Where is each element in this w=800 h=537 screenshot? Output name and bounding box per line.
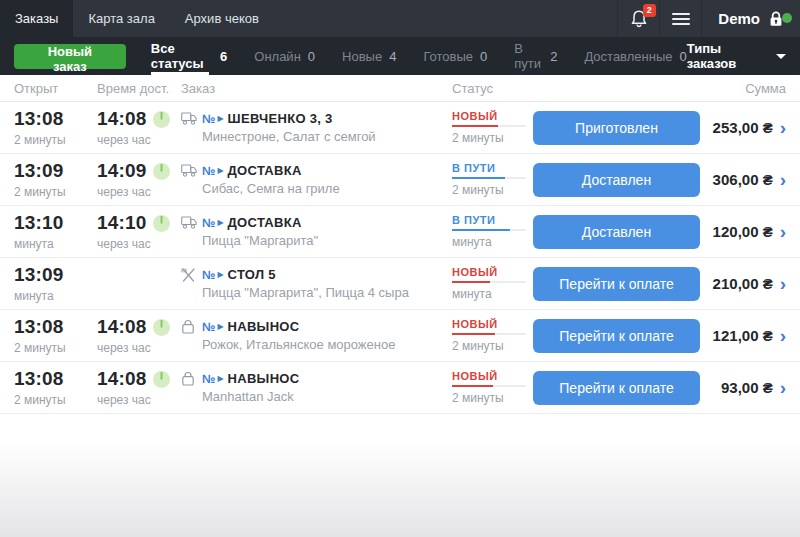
row-chevron-right-icon[interactable]: ›: [780, 274, 786, 293]
order-caret-icon: ▶: [217, 114, 223, 123]
table-row[interactable]: 13:09 минута: [0, 258, 800, 310]
order-items: Пицца "Маргарита": [181, 233, 452, 248]
action-cell: Доставлен: [533, 163, 700, 197]
delivery-cell: 14:09 через час: [97, 160, 181, 199]
filter-label: Онлайн: [254, 49, 301, 64]
delivery-in: через час: [97, 185, 181, 199]
order-sum: 93,00 ₴: [721, 379, 773, 396]
bottom-fade: [0, 442, 800, 537]
opened-time: 13:08: [14, 368, 97, 390]
order-cell: № ▶ ШЕВЧЕНКО 3, 3 Минестроне, Салат с се…: [181, 111, 452, 144]
nav-tab-receipts-archive-label: Архив чеков: [185, 11, 259, 26]
opened-time: 13:09: [14, 160, 97, 182]
filter-label: Новые: [342, 49, 382, 64]
order-items: Рожок, Итальянское мороженое: [181, 337, 452, 352]
table-row[interactable]: 13:08 2 минуты 14:08 через час: [0, 310, 800, 362]
delivery-in: через час: [97, 237, 181, 251]
row-chevron-right-icon[interactable]: ›: [780, 326, 786, 345]
nav-tab-hall-map-label: Карта зала: [88, 11, 154, 26]
order-action-button[interactable]: Доставлен: [533, 163, 700, 197]
opened-ago: минута: [14, 289, 97, 303]
status-label: НОВЫЙ: [452, 370, 533, 382]
order-sum: 210,00 ₴: [713, 275, 773, 292]
filter-count: 6: [220, 49, 227, 64]
takeout-bag-icon: [181, 319, 197, 334]
status-progress-fill: [452, 281, 490, 283]
order-cell: № ▶ НАВЫНОС Manhattan Jack: [181, 371, 452, 404]
header-delivery-time: Время дост.: [97, 81, 181, 96]
nav-tab-hall-map[interactable]: Карта зала: [73, 0, 169, 37]
sum-cell: 253,00 ₴ ›: [700, 118, 786, 137]
nav-tab-receipts-archive[interactable]: Архив чеков: [170, 0, 274, 37]
filter-delivered[interactable]: Доставленные 0: [584, 37, 686, 75]
opened-time: 13:10: [14, 212, 97, 234]
order-caret-icon: ▶: [217, 374, 223, 383]
order-caret-icon: ▶: [217, 218, 223, 227]
order-action-button[interactable]: Перейти к оплате: [533, 371, 700, 405]
status-progress-fill: [452, 385, 493, 387]
menu-button[interactable]: [659, 0, 701, 37]
filter-all-statuses[interactable]: Все статусы 6: [151, 37, 227, 75]
row-chevron-right-icon[interactable]: ›: [780, 118, 786, 137]
order-caret-icon: ▶: [217, 322, 223, 331]
filter-ready[interactable]: Готовые 0: [423, 37, 487, 75]
delivery-in: через час: [97, 341, 181, 355]
delivery-in: через час: [97, 393, 181, 407]
status-progress-track: [452, 177, 526, 179]
order-status: НОВЫЙ 2 минуты: [452, 370, 533, 405]
nav-tab-orders[interactable]: Заказы: [0, 0, 73, 37]
table-row[interactable]: 13:08 2 минуты 14:08 через час: [0, 102, 800, 154]
order-types-dropdown[interactable]: Типы заказов: [687, 41, 786, 71]
filter-count: 0: [308, 49, 315, 64]
delivery-time: 14:08: [97, 108, 147, 130]
timer-icon: [153, 319, 170, 336]
status-elapsed: минута: [452, 287, 533, 301]
chevron-down-icon: [776, 54, 786, 59]
filter-new[interactable]: Новые 4: [342, 37, 396, 75]
filter-label: Доставленные: [584, 49, 672, 64]
filter-in-transit[interactable]: В пути 2: [514, 37, 557, 75]
order-number-label: №: [202, 372, 215, 386]
action-cell: Перейти к оплате: [533, 267, 700, 301]
status-elapsed: 2 минуты: [452, 391, 533, 405]
row-chevron-right-icon[interactable]: ›: [780, 378, 786, 397]
opened-cell: 13:08 2 минуты: [14, 108, 97, 147]
order-number-label: №: [202, 216, 215, 230]
order-status: НОВЫЙ 2 минуты: [452, 110, 533, 145]
order-status: В ПУТИ 2 минуты: [452, 162, 533, 197]
row-chevron-right-icon[interactable]: ›: [780, 222, 786, 241]
user-label: Demo: [718, 10, 760, 27]
order-title: ДОСТАВКА: [228, 215, 302, 230]
top-navbar: Заказы Карта зала Архив чеков 2: [0, 0, 800, 37]
order-action-button[interactable]: Перейти к оплате: [533, 267, 700, 301]
row-chevron-right-icon[interactable]: ›: [780, 170, 786, 189]
order-action-button[interactable]: Приготовлен: [533, 111, 700, 145]
delivery-in: через час: [97, 133, 181, 147]
status-elapsed: минута: [452, 235, 533, 249]
delivery-cell: 14:08 через час: [97, 368, 181, 407]
status-elapsed: 2 минуты: [452, 339, 533, 353]
order-sum: 121,00 ₴: [713, 327, 773, 344]
header-status: Статус: [452, 81, 533, 96]
order-number-label: №: [202, 268, 215, 282]
notifications-button[interactable]: 2: [617, 0, 659, 37]
action-cell: Перейти к оплате: [533, 319, 700, 353]
status-label: НОВЫЙ: [452, 318, 533, 330]
action-cell: Приготовлен: [533, 111, 700, 145]
orders-table-body: 13:08 2 минуты 14:08 через час: [0, 102, 800, 414]
order-cell: № ▶ ДОСТАВКА Пицца "Маргарита": [181, 215, 452, 248]
new-order-button[interactable]: Новый заказ: [14, 44, 126, 69]
sum-cell: 93,00 ₴ ›: [700, 378, 786, 397]
status-label: В ПУТИ: [452, 214, 533, 226]
status-progress-track: [452, 229, 526, 231]
order-title: ШЕВЧЕНКО 3, 3: [228, 111, 333, 126]
filter-online[interactable]: Онлайн 0: [254, 37, 315, 75]
table-row[interactable]: 13:08 2 минуты 14:08 через час: [0, 362, 800, 414]
filter-label: Готовые: [423, 49, 473, 64]
table-row[interactable]: 13:10 минута 14:10 через час: [0, 206, 800, 258]
order-action-button[interactable]: Перейти к оплате: [533, 319, 700, 353]
order-items: Сибас, Семга на гриле: [181, 181, 452, 196]
order-action-button[interactable]: Доставлен: [533, 215, 700, 249]
table-row[interactable]: 13:09 2 минуты 14:09 через час: [0, 154, 800, 206]
status-progress-fill: [452, 333, 495, 335]
